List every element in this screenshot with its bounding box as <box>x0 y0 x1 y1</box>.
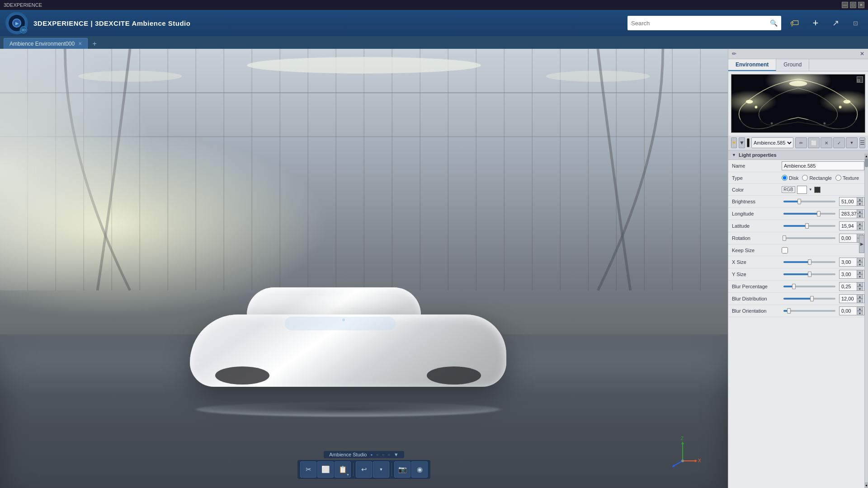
paste-dropdown-icon: ▼ <box>346 473 349 476</box>
undo-dropdown-button[interactable]: ▼ <box>373 461 389 478</box>
undo-button[interactable]: ↩ <box>356 461 372 478</box>
play-button[interactable]: ▶ <box>12 19 21 28</box>
tab-close-icon[interactable]: ✕ <box>78 41 82 46</box>
bottom-toolbar: Ambience Studio ● ○ ○ ○ ▼ ✂ ⬜ 📋 ▼ <box>297 451 430 479</box>
viewport[interactable]: X Z Ambience Studio ● ○ ○ ○ ▼ <box>0 49 728 488</box>
tab-label: Ambience Environment000 <box>9 41 75 47</box>
panel-scrollbar[interactable]: ▲ ▼ <box>864 154 868 488</box>
blur-orient-spin-down[interactable]: ▼ <box>857 311 863 315</box>
light-check-button[interactable]: ✓ <box>833 137 845 148</box>
blur-dist-slider[interactable] <box>783 298 835 300</box>
prop-label-latitude: Latitude <box>732 223 782 229</box>
panel-close-icon[interactable]: ✕ <box>860 51 864 57</box>
rotation-slider[interactable] <box>783 237 835 239</box>
xsize-spin-down[interactable]: ▼ <box>857 262 863 267</box>
sun-button[interactable]: ☀ <box>731 137 737 148</box>
tab-ambience-env[interactable]: Ambience Environment000 ✕ <box>4 38 88 49</box>
environment-preview-image <box>731 75 865 132</box>
list-view-button[interactable]: ☰ <box>859 137 865 148</box>
add-button[interactable]: + <box>808 16 823 30</box>
light-toolbar: ☀ ▼ Ambience.585 ✏ ⬜ ✕ ✓ <box>728 136 868 150</box>
pencil-icon[interactable]: ✏ <box>732 51 736 57</box>
scroll-up-button[interactable]: ▲ <box>865 154 868 159</box>
share-icon: ↗ <box>832 18 839 28</box>
brightness-slider[interactable] <box>783 201 835 202</box>
panel-collapse-arrow[interactable]: ▶ <box>859 235 864 253</box>
prop-row-color: Color RGB ▼ <box>728 184 868 196</box>
ysize-spin-up[interactable]: ▲ <box>857 270 863 274</box>
longitude-slider[interactable] <box>783 213 835 215</box>
brightness-spin-down[interactable]: ▼ <box>857 202 863 206</box>
title-bar: 3DEXPERIENCE — □ ✕ <box>0 0 868 10</box>
prop-label-color: Color <box>732 187 782 192</box>
keep-size-checkbox[interactable] <box>782 247 788 253</box>
blur-orient-value: 0,00 ▲ ▼ <box>839 306 864 315</box>
prop-content-blur-pct: 0,25 ▲ ▼ <box>782 282 864 291</box>
radio-texture[interactable]: Texture <box>835 175 859 181</box>
copy-button[interactable]: ⬜ <box>317 461 334 478</box>
light-dropdown-button[interactable]: ▼ <box>846 137 858 148</box>
color-mode-label[interactable]: RGB <box>782 186 795 193</box>
prop-row-xsize: X Size 3,00 ▲ ▼ <box>728 256 868 268</box>
type-radio-group: Disk Rectangle Texture <box>782 175 859 181</box>
bookmark-button[interactable]: 🏷 <box>787 15 803 31</box>
prop-content-longitude: 283,37 ▲ ▼ <box>782 209 864 218</box>
color-swatch-white[interactable] <box>797 186 807 194</box>
search-input[interactable] <box>631 20 770 27</box>
xsize-spin-up[interactable]: ▲ <box>857 258 863 262</box>
title-bar-right: — □ ✕ <box>842 2 864 8</box>
resize-corner-button[interactable]: ⊡ <box>848 16 863 30</box>
xsize-spinner: ▲ ▼ <box>857 258 863 267</box>
tab-add-button[interactable]: + <box>90 39 99 49</box>
share-button[interactable]: ↗ <box>828 16 843 30</box>
latitude-spin-down[interactable]: ▼ <box>857 226 863 230</box>
latitude-slider[interactable] <box>783 225 835 227</box>
ysize-spin-down[interactable]: ▼ <box>857 274 863 279</box>
env-preview-expand-button[interactable]: ⊡ <box>857 76 863 83</box>
color-swatch-btn[interactable] <box>747 138 750 147</box>
radio-rectangle[interactable]: Rectangle <box>802 175 832 181</box>
blur-dist-spin-down[interactable]: ▼ <box>857 299 863 303</box>
color-swatch-value[interactable] <box>814 187 821 193</box>
dropdown-arrow[interactable]: ▼ <box>394 452 399 457</box>
blur-orient-slider[interactable] <box>783 310 835 312</box>
blur-dist-spin-up[interactable]: ▲ <box>857 294 863 299</box>
prop-content-name <box>782 161 864 170</box>
search-icon[interactable]: 🔍 <box>770 19 778 27</box>
blur-pct-slider[interactable] <box>783 286 835 287</box>
color-dropdown-icon[interactable]: ▼ <box>809 188 812 192</box>
blur-pct-spin-up[interactable]: ▲ <box>857 282 863 286</box>
warehouse-svg <box>0 49 728 291</box>
search-bar: 🔍 <box>627 16 781 30</box>
panel-tab-ground[interactable]: Ground <box>776 59 809 71</box>
scissors-button[interactable]: ✂ <box>300 461 316 478</box>
name-input[interactable] <box>782 161 864 170</box>
light-source-dropdown[interactable]: ▼ <box>739 137 745 148</box>
brightness-spin-up[interactable]: ▲ <box>857 197 863 202</box>
panel-tab-environment[interactable]: Environment <box>728 59 776 71</box>
camera-button[interactable]: 📷 <box>394 461 410 478</box>
light-edit-button[interactable]: ✏ <box>795 137 807 148</box>
longitude-spin-up[interactable]: ▲ <box>857 209 863 214</box>
light-name-select[interactable]: Ambience.585 <box>751 137 793 148</box>
longitude-spin-down[interactable]: ▼ <box>857 214 863 218</box>
prop-content-latitude: 15,94 ▲ ▼ <box>782 221 864 230</box>
xsize-slider[interactable] <box>783 261 835 263</box>
minimize-button[interactable]: — <box>842 2 848 8</box>
scroll-down-button[interactable]: ▼ <box>865 483 868 488</box>
blur-pct-spin-down[interactable]: ▼ <box>857 286 863 291</box>
paste-button[interactable]: 📋 ▼ <box>335 461 351 478</box>
close-button[interactable]: ✕ <box>858 2 864 8</box>
ysize-slider[interactable] <box>783 273 835 275</box>
light-copy-button[interactable]: ⬜ <box>808 137 820 148</box>
prop-content-ysize: 3,00 ▲ ▼ <box>782 270 864 279</box>
render-button[interactable]: ◉ <box>411 461 428 478</box>
prop-row-keep-size: Keep Size <box>728 244 868 256</box>
panel-header: ✏ ✕ <box>728 49 868 59</box>
blur-orient-spin-up[interactable]: ▲ <box>857 306 863 311</box>
radio-disk[interactable]: Disk <box>782 175 798 181</box>
light-properties-header[interactable]: ▼ Light properties <box>728 150 868 160</box>
light-delete-button[interactable]: ✕ <box>821 137 832 148</box>
maximize-button[interactable]: □ <box>850 2 856 8</box>
latitude-spin-up[interactable]: ▲ <box>857 221 863 226</box>
